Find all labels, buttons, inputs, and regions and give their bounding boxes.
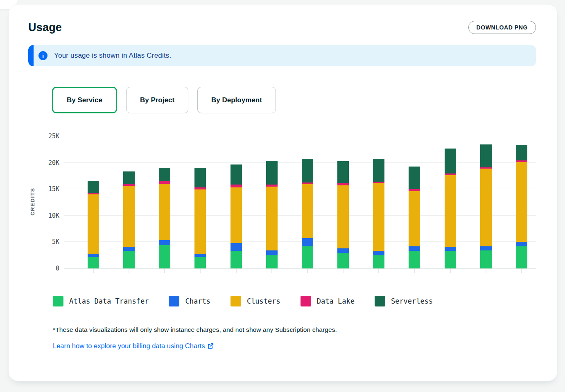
x-axis-tick	[450, 269, 451, 273]
bar-segment	[516, 162, 527, 242]
bar	[302, 159, 313, 268]
bar-segment	[302, 184, 313, 238]
x-axis-tick	[93, 269, 94, 273]
legend-item: Clusters	[231, 296, 280, 306]
usage-card: Usage DOWNLOAD PNG i Your usage is shown…	[8, 4, 558, 381]
y-tick-label: 5K	[39, 238, 59, 246]
bar-segment	[159, 245, 170, 268]
bar-series	[64, 136, 536, 268]
bar-segment	[516, 242, 527, 246]
bar-segment	[373, 255, 384, 268]
info-icon: i	[38, 51, 47, 60]
tab-by-deployment[interactable]: By Deployment	[197, 87, 276, 113]
legend-item: Data Lake	[301, 296, 355, 306]
bar-segment	[480, 169, 492, 246]
y-axis-title: CREDITS	[29, 185, 36, 218]
bar-segment	[194, 257, 206, 269]
legend-label: Serverless	[391, 297, 433, 305]
x-axis-tick	[521, 269, 522, 273]
banner-accent-bar	[28, 45, 34, 66]
bar-segment	[409, 191, 420, 246]
header-row: Usage DOWNLOAD PNG	[28, 21, 536, 34]
bar-segment	[409, 167, 420, 189]
y-tick-label: 0	[39, 265, 59, 272]
legend-item: Serverless	[375, 296, 433, 306]
bar	[516, 145, 527, 268]
bar	[337, 161, 349, 268]
bar-segment	[231, 251, 242, 268]
banner-text: Your usage is shown in Atlas Credits.	[54, 52, 171, 60]
x-axis-tick	[378, 269, 379, 273]
y-tick-label: 15K	[39, 185, 59, 193]
bar-segment	[302, 159, 313, 182]
x-axis-tick	[271, 269, 272, 273]
bar-segment	[373, 159, 384, 182]
bar-segment	[88, 194, 99, 254]
bar	[480, 144, 492, 268]
bar-segment	[231, 164, 242, 185]
bar	[88, 181, 99, 268]
billing-charts-link[interactable]: Learn how to explore your billing data u…	[53, 342, 214, 350]
bar-segment	[159, 184, 170, 241]
bar-segment	[123, 247, 135, 251]
x-axis-tick	[414, 269, 415, 273]
bar	[445, 149, 456, 268]
bar-segment	[123, 186, 135, 247]
legend-swatch	[231, 296, 241, 306]
bar-segment	[194, 189, 206, 254]
tab-by-project[interactable]: By Project	[126, 87, 188, 113]
legend-swatch	[375, 296, 385, 306]
bar-segment	[302, 238, 313, 246]
x-axis-tick	[200, 269, 201, 273]
legend-swatch	[53, 296, 63, 306]
y-tick-label: 20K	[39, 159, 59, 167]
bar-segment	[445, 247, 456, 251]
bar-segment	[159, 240, 170, 245]
external-link-icon	[208, 343, 214, 349]
bar-segment	[373, 183, 384, 251]
bar	[194, 168, 206, 268]
bar-segment	[123, 251, 135, 268]
bar-segment	[123, 171, 135, 184]
legend-label: Clusters	[247, 297, 280, 305]
x-axis-tick	[236, 269, 237, 273]
y-tick-label: 25K	[39, 133, 59, 140]
bar-segment	[337, 185, 349, 248]
bar	[159, 168, 170, 268]
bar	[373, 159, 384, 268]
billing-charts-link-label: Learn how to explore your billing data u…	[53, 342, 205, 350]
bar-segment	[194, 254, 206, 257]
bar-segment	[337, 253, 349, 268]
bar-segment	[480, 144, 492, 167]
chart-footnote: *These data visualizations will only sho…	[53, 326, 536, 333]
bar-segment	[337, 161, 349, 183]
bar-segment	[445, 175, 456, 247]
bar-segment	[266, 250, 278, 255]
bar	[409, 167, 420, 268]
bar	[231, 164, 242, 268]
bar-segment	[480, 250, 492, 268]
tab-by-service[interactable]: By Service	[52, 87, 117, 113]
usage-chart: CREDITS 05K10K15K20K25K	[64, 136, 536, 269]
x-axis-tick	[129, 269, 129, 273]
bar-segment	[88, 254, 99, 257]
x-axis-tick	[307, 269, 308, 273]
bar-segment	[88, 257, 99, 269]
bar-segment	[445, 251, 456, 268]
y-tick-label: 10K	[39, 212, 59, 219]
x-axis-tick	[486, 269, 486, 273]
download-png-button[interactable]: DOWNLOAD PNG	[468, 21, 536, 34]
bar-segment	[88, 181, 99, 193]
legend-swatch	[169, 296, 179, 306]
bar-segment	[445, 149, 456, 173]
bar-segment	[194, 168, 206, 187]
x-axis-tick	[164, 269, 165, 273]
legend-swatch	[301, 296, 311, 306]
chart-plot-area: CREDITS 05K10K15K20K25K	[64, 136, 536, 269]
bar-segment	[302, 246, 313, 268]
bar-segment	[266, 187, 278, 250]
legend-item: Atlas Data Transfer	[53, 296, 149, 306]
bar-segment	[516, 246, 527, 268]
bar-segment	[266, 255, 278, 268]
bar-segment	[409, 251, 420, 268]
